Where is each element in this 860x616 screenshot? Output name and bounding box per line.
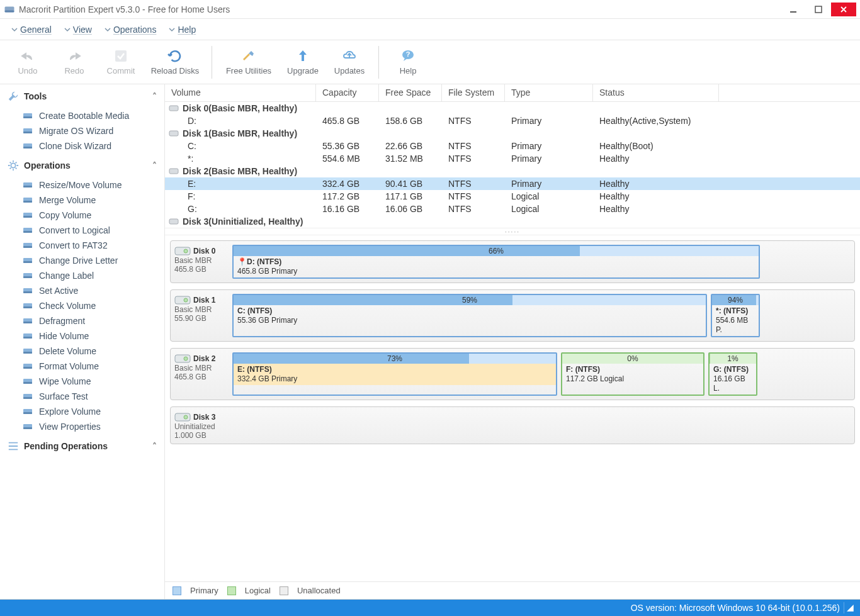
svg-rect-48 (169, 106, 178, 111)
menu-operations[interactable]: Operations (98, 19, 162, 40)
sidebar-item[interactable]: Explore Volume (0, 404, 164, 419)
sidebar-item[interactable]: Resize/Move Volume (0, 177, 164, 193)
partition-card[interactable]: 0%F: (NTFS)117.2 GB Logical (561, 352, 704, 396)
legend-logical-swatch (227, 586, 236, 595)
sidebar-item[interactable]: Check Volume (0, 298, 164, 313)
help-button[interactable]: ? Help (387, 48, 429, 76)
upgrade-button[interactable]: Upgrade (281, 48, 324, 76)
svg-rect-10 (23, 132, 32, 133)
disk-header-row[interactable]: Disk 3(Uninitialized, Healthy) (165, 215, 860, 228)
undo-button[interactable]: Undo (6, 48, 49, 76)
col-capacity[interactable]: Capacity (316, 84, 379, 101)
svg-rect-41 (23, 382, 32, 384)
svg-rect-3 (815, 6, 822, 13)
col-status[interactable]: Status (593, 84, 719, 101)
legend-logical-label: Logical (245, 586, 271, 595)
svg-rect-51 (169, 219, 178, 224)
disk-info: Disk 0Basic MBR465.8 GB (174, 245, 229, 279)
partition-row[interactable]: G:16.16 GB16.06 GBNTFSLogicalHealthy (165, 203, 860, 215)
sidebar-item[interactable]: Set Active (0, 283, 164, 298)
partition-row[interactable]: E:332.4 GB90.41 GBNTFSPrimaryHealthy (165, 177, 860, 190)
sidebar-item[interactable]: Surface Test (0, 389, 164, 404)
partition-row[interactable]: C:55.36 GB22.66 GBNTFSPrimaryHealthy(Boo… (165, 140, 860, 152)
disk-block[interactable]: Disk 2Basic MBR465.8 GB73%E: (NTFS)332.4… (170, 348, 855, 400)
undo-icon (20, 48, 35, 64)
reload-icon (167, 48, 183, 64)
disk-block[interactable]: Disk 3Uninitialized1.000 GB (170, 406, 855, 444)
sidebar[interactable]: Tools ˄ Create Bootable MediaMigrate OS … (0, 84, 165, 599)
svg-rect-27 (23, 276, 32, 278)
partition-card[interactable]: 94%*: (NTFS)554.6 MB P. (711, 294, 760, 337)
svg-rect-43 (23, 397, 32, 399)
disk-block[interactable]: Disk 0Basic MBR465.8 GB66%📍D: (NTFS)465.… (170, 240, 855, 283)
splitter-handle[interactable]: ····· (165, 228, 860, 235)
chevron-down-icon (169, 26, 175, 33)
sidebar-item[interactable]: Merge Volume (0, 193, 164, 208)
sidebar-item[interactable]: Migrate OS Wizard (0, 123, 164, 138)
col-fs[interactable]: File System (442, 84, 505, 101)
statusbar-text: OS version: Microsoft Windows 10 64-bit … (631, 603, 840, 613)
sidebar-item[interactable]: Hide Volume (0, 328, 164, 344)
maximize-button[interactable] (806, 3, 831, 16)
legend-unalloc-label: Unallocated (297, 586, 341, 595)
disk-header-row[interactable]: Disk 0(Basic MBR, Healthy) (165, 102, 860, 115)
sidebar-item[interactable]: Copy Volume (0, 208, 164, 223)
partition-row[interactable]: *:554.6 MB31.52 MBNTFSPrimaryHealthy (165, 152, 860, 165)
commit-button[interactable]: Commit (99, 48, 142, 76)
disk-header-row[interactable]: Disk 1(Basic MBR, Healthy) (165, 127, 860, 140)
svg-rect-1 (5, 10, 14, 12)
col-free[interactable]: Free Space (379, 84, 442, 101)
sidebar-item[interactable]: Wipe Volume (0, 374, 164, 389)
svg-point-13 (11, 163, 15, 167)
sidebar-ops-head[interactable]: Operations ˄ (0, 154, 164, 177)
svg-rect-4 (115, 50, 127, 62)
partition-card[interactable]: 66%📍D: (NTFS)465.8 GB Primary (232, 245, 760, 279)
svg-rect-37 (23, 352, 32, 354)
menu-general-label: General (20, 25, 52, 35)
svg-rect-19 (23, 216, 32, 218)
disk-info: Disk 2Basic MBR465.8 GB (174, 352, 229, 396)
svg-rect-21 (23, 231, 32, 233)
sidebar-item[interactable]: Convert to Logical (0, 223, 164, 238)
svg-point-59 (184, 415, 188, 419)
sidebar-item[interactable]: Change Drive Letter (0, 253, 164, 268)
legend-primary-label: Primary (190, 586, 218, 595)
partition-card[interactable]: 1%G: (NTFS)16.16 GB L. (708, 352, 757, 396)
sidebar-item[interactable]: Clone Disk Wizard (0, 138, 164, 154)
partition-card[interactable]: 59%C: (NTFS)55.36 GB Primary (232, 294, 707, 337)
volume-list[interactable]: Disk 0(Basic MBR, Healthy)D:465.8 GB158.… (165, 102, 860, 228)
sidebar-item[interactable]: Create Bootable Media (0, 108, 164, 123)
partition-card[interactable]: 73%E: (NTFS)332.4 GB Primary (232, 352, 557, 396)
partition-row[interactable]: D:465.8 GB158.6 GBNTFSPrimaryHealthy(Act… (165, 115, 860, 127)
svg-rect-25 (23, 261, 32, 263)
statusbar: OS version: Microsoft Windows 10 64-bit … (0, 600, 860, 616)
redo-button[interactable]: Redo (53, 48, 96, 76)
disk-block[interactable]: Disk 1Basic MBR55.90 GB59%C: (NTFS)55.36… (170, 289, 855, 342)
sidebar-item[interactable]: Convert to FAT32 (0, 238, 164, 253)
minimize-button[interactable] (781, 3, 806, 16)
menu-view[interactable]: View (58, 19, 98, 40)
updates-button[interactable]: Updates (328, 48, 371, 76)
menu-help[interactable]: Help (162, 19, 202, 40)
col-type[interactable]: Type (505, 84, 593, 101)
sidebar-pending-head[interactable]: Pending Operations ˄ (0, 434, 164, 458)
close-button[interactable] (831, 3, 856, 16)
sidebar-tools-head[interactable]: Tools ˄ (0, 84, 164, 108)
reload-button[interactable]: Reload Disks (146, 48, 204, 76)
toolbar-separator (378, 46, 379, 79)
disk-header-row[interactable]: Disk 2(Basic MBR, Healthy) (165, 165, 860, 177)
sidebar-item[interactable]: Delete Volume (0, 344, 164, 359)
svg-point-55 (184, 298, 188, 302)
svg-rect-23 (23, 246, 32, 248)
chevron-up-icon: ˄ (152, 91, 157, 101)
sidebar-item[interactable]: Change Label (0, 268, 164, 283)
sidebar-item[interactable]: Format Volume (0, 359, 164, 374)
sidebar-item[interactable]: Defragment (0, 313, 164, 328)
free-utilities-button[interactable]: Free Utilities (220, 48, 278, 76)
sidebar-item[interactable]: View Properties (0, 419, 164, 434)
disk-diagram[interactable]: Disk 0Basic MBR465.8 GB66%📍D: (NTFS)465.… (165, 235, 860, 581)
partition-row[interactable]: F:117.2 GB117.1 GBNTFSLogicalHealthy (165, 190, 860, 203)
svg-rect-33 (23, 322, 32, 323)
menu-general[interactable]: General (5, 19, 58, 40)
col-volume[interactable]: Volume (165, 84, 316, 101)
